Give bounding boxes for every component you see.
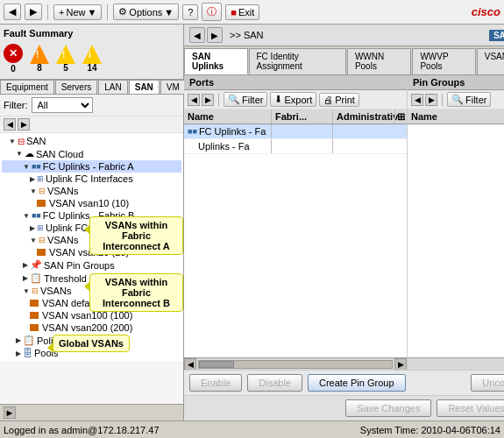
fc-uplinks-a-expand-icon[interactable]: ▼ — [23, 163, 30, 171]
scroll-left-btn[interactable]: ◀ — [4, 118, 16, 131]
export-btn[interactable]: ⬇ Export — [270, 92, 316, 107]
tree-item-san-root[interactable]: ▼ ⊟ SAN — [2, 135, 181, 147]
uplink-fc-ifaces-b-expand-icon[interactable]: ▶ — [30, 224, 35, 232]
uplink-fc-ifaces-a-expand-icon[interactable]: ▶ — [30, 175, 35, 183]
ports-scroll-arrows: ◀ ▶ — [188, 94, 214, 106]
san-badge: SAN — [489, 30, 504, 41]
scroll-right-btn[interactable]: ▶ — [18, 118, 30, 131]
tree-item-vsan20[interactable]: VSAN vsan20 (20) — [2, 246, 181, 258]
row-admin-uplinks-fa — [333, 139, 394, 153]
tree-item-vsan200[interactable]: VSAN vsan200 (200) — [2, 321, 181, 334]
row-fabri-fc-uplinks-fa — [272, 124, 333, 138]
export-label: Export — [284, 95, 312, 105]
info-button[interactable]: ⓘ — [202, 3, 222, 21]
left-scroll-btn[interactable]: ► — [4, 406, 16, 419]
bottom-status-bar: Logged in as admin@172.18.217.47 System … — [0, 420, 504, 438]
forward-arrow[interactable]: ▶ — [207, 27, 223, 43]
h-scroll-thumb[interactable] — [199, 361, 234, 368]
san-cloud-expand-icon[interactable]: ▼ — [16, 150, 23, 158]
unco-btn[interactable]: Unco — [471, 374, 504, 392]
tab-wwnn-pools[interactable]: WWNN Pools — [347, 48, 412, 74]
h-scroll[interactable]: ◀ ▶ — [184, 357, 407, 370]
tree-item-vsan-default[interactable]: VSAN default (1) — [2, 297, 181, 309]
table-row-uplinks-fa[interactable]: Uplinks - Fa — [184, 139, 407, 154]
vsans-b-icon: ⊟ — [39, 236, 46, 244]
vsan10-icon — [37, 200, 46, 207]
table-row-fc-uplinks-fa[interactable]: ■■ FC Uplinks - Fa — [184, 124, 407, 139]
ports-scroll-left[interactable]: ◀ — [188, 94, 200, 106]
ports-scroll-right[interactable]: ▶ — [202, 94, 214, 106]
tab-fc-identity[interactable]: FC Identity Assignment — [249, 48, 346, 74]
pin-filter-btn[interactable]: 🔍 Filter — [447, 92, 491, 107]
enable-btn[interactable]: Enable — [189, 374, 242, 392]
help-button[interactable]: ? — [182, 4, 198, 20]
toolbar-sep-2 — [107, 4, 108, 20]
fc-uplinks-b-expand-icon[interactable]: ▼ — [23, 212, 30, 220]
vsans-a-expand-icon[interactable]: ▼ — [30, 187, 37, 195]
tree-item-fc-uplinks-b[interactable]: ▼ ■■ FC Uplinks - Fabric B — [2, 209, 181, 222]
pin-h-scroll[interactable] — [408, 357, 504, 370]
filter-btn[interactable]: 🔍 Filter — [224, 92, 267, 107]
pools-expand-icon[interactable]: ▶ — [16, 350, 21, 357]
tab-equipment[interactable]: Equipment — [0, 80, 54, 94]
tab-vm[interactable]: VM — [160, 80, 186, 94]
fault-major-count: 8 — [37, 63, 42, 73]
tree-item-vsans-global[interactable]: ▼ ⊟ VSANs — [2, 285, 181, 297]
fault-info-count: 14 — [87, 63, 96, 73]
back-arrow[interactable]: ◀ — [189, 27, 205, 43]
tree-item-uplink-fc-ifaces-b[interactable]: ▶ ⊞ Uplink FC Interfaces — [2, 222, 181, 234]
tree-item-vsan100[interactable]: VSAN vsan100 (100) — [2, 309, 181, 321]
tree-item-vsans-b[interactable]: ▼ ⊟ VSANs — [2, 234, 181, 246]
tab-vsans[interactable]: VSANs — [477, 48, 504, 74]
tab-servers[interactable]: Servers — [55, 80, 97, 94]
create-pin-group-btn[interactable]: Create Pin Group — [308, 374, 406, 392]
vsans-b-expand-icon[interactable]: ▼ — [30, 237, 37, 244]
new-button[interactable]: + New ▼ — [53, 4, 102, 20]
tree-item-uplink-fc-ifaces-a[interactable]: ▶ ⊞ Uplink FC Interfaces — [2, 173, 181, 185]
options-button[interactable]: ⚙ Options ▼ — [113, 4, 179, 20]
tree-item-pools[interactable]: ▶ 🗄 Pools — [2, 347, 181, 359]
pin-scroll-right[interactable]: ▶ — [425, 94, 437, 106]
new-label: New — [66, 7, 85, 18]
filter-select[interactable]: All — [32, 97, 93, 113]
reset-values-btn[interactable]: Reset Values — [437, 399, 504, 417]
logged-in-status: Logged in as admin@172.18.217.47 — [4, 425, 252, 435]
disable-btn[interactable]: Disable — [247, 374, 302, 392]
tree-toolbar: ◀ ▶ — [0, 117, 183, 133]
fc-uplinks-a-label: FC Uplinks - Fabric A — [43, 161, 134, 172]
breadcrumb: >> SAN — [230, 30, 264, 40]
tab-san-uplinks[interactable]: SAN Uplinks — [184, 48, 248, 74]
tree-item-san-pin-groups[interactable]: ▶ 📌 SAN Pin Groups — [2, 258, 181, 272]
san-pin-groups-expand-icon[interactable]: ▶ — [23, 261, 28, 269]
uplink-b-icon: ■■ — [32, 211, 41, 220]
tree-item-san-cloud[interactable]: ▼ ☁ SAN Cloud — [2, 147, 181, 160]
nav-forward-btn[interactable]: ▶ — [25, 4, 42, 20]
exit-button[interactable]: ■ Exit — [225, 4, 259, 20]
fault-major: ! 8 — [30, 45, 49, 73]
pin-scroll-left[interactable]: ◀ — [411, 94, 423, 106]
save-bar: Save Changes Reset Values — [184, 395, 504, 420]
tree-item-threshold-policies[interactable]: ▶ 📋 Threshold Policies — [2, 272, 181, 285]
nav-back-btn[interactable]: ◀ — [4, 4, 21, 20]
tree-item-vsans-a[interactable]: ▼ ⊟ VSANs — [2, 185, 181, 197]
tab-wwvp-pools[interactable]: WWVP Pools — [412, 48, 475, 74]
print-btn[interactable]: 🖨 Print — [319, 93, 359, 107]
action-bar: Enable Disable Create Pin Group Unco — [184, 370, 504, 395]
san-expand-icon[interactable]: ▼ — [9, 138, 16, 145]
vsans-global-expand-icon[interactable]: ▼ — [23, 287, 30, 295]
h-scroll-bar[interactable] — [198, 360, 393, 369]
save-changes-btn[interactable]: Save Changes — [345, 399, 431, 417]
ports-panel-toolbar: ◀ ▶ 🔍 Filter ⬇ Export 🖨 — [184, 90, 407, 110]
tree-item-policies[interactable]: ▶ 📋 Policies — [2, 334, 181, 347]
threshold-policies-expand-icon[interactable]: ▶ — [23, 274, 28, 282]
col-expand-icon[interactable]: ⊞ — [394, 110, 407, 124]
vsan100-label: VSAN vsan100 (100) — [42, 310, 132, 321]
h-scroll-right-btn[interactable]: ▶ — [394, 358, 407, 371]
policies-expand-icon[interactable]: ▶ — [16, 336, 21, 344]
policies-label: Policies — [37, 336, 70, 346]
tree-item-fc-uplinks-a[interactable]: ▼ ■■ FC Uplinks - Fabric A — [2, 160, 181, 173]
h-scroll-left-btn[interactable]: ◀ — [184, 358, 196, 371]
tab-lan[interactable]: LAN — [98, 80, 127, 94]
tree-item-vsan10[interactable]: VSAN vsan10 (10) — [2, 197, 181, 209]
tab-san[interactable]: SAN — [129, 80, 160, 94]
